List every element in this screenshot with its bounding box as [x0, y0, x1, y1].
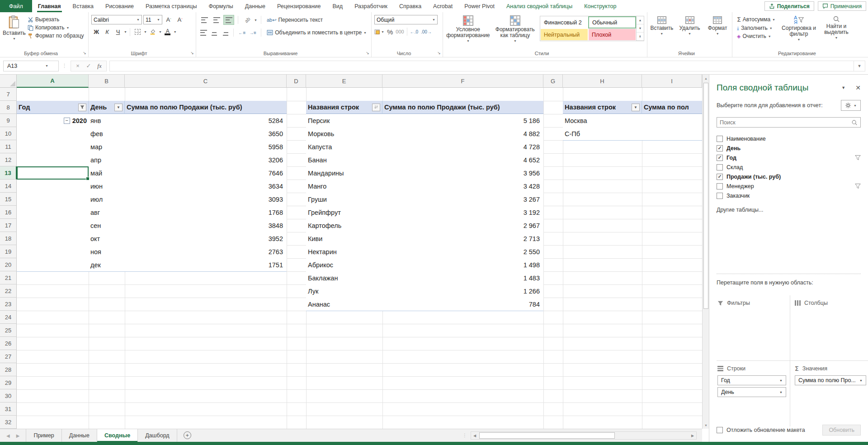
dialog-launcher-icon[interactable]: ↘ [82, 50, 87, 56]
pivot-cell[interactable]: май [89, 166, 125, 180]
pivot-cell[interactable] [642, 114, 702, 127]
wrap-text-button[interactable]: ab↩ Переносить текст [265, 16, 325, 24]
pivot-cell[interactable] [642, 127, 702, 140]
tools-button[interactable]: ▼ [841, 100, 861, 111]
row-header-16[interactable]: 16 [0, 206, 17, 219]
field-filter-icon[interactable] [855, 155, 861, 161]
filters-area[interactable]: Фильтры [717, 295, 790, 361]
sheet-tab-1[interactable]: Данные [62, 429, 97, 442]
scroll-down-icon[interactable]: ▼ [703, 421, 709, 429]
field-item-4[interactable]: ✓Продажи (тыс. руб) [717, 172, 861, 181]
insert-cells-button[interactable]: Вставить▼ [650, 15, 674, 35]
dropdown-icon[interactable]: ▼ [114, 104, 123, 111]
enter-icon[interactable]: ✓ [84, 62, 94, 69]
sheet-tab-3[interactable]: Дашборд [138, 429, 177, 442]
field-checkbox[interactable]: ✓ [717, 174, 723, 180]
ribbon-tab-1[interactable]: Вставка [67, 0, 99, 12]
row-header-9[interactable]: 9 [0, 114, 17, 127]
decrease-decimal-button[interactable]: .00→ [421, 29, 432, 34]
row-header-30[interactable]: 30 [0, 389, 17, 402]
row-header-27[interactable]: 27 [0, 350, 17, 363]
row-header-18[interactable]: 18 [0, 232, 17, 245]
format-cells-button[interactable]: Формат▼ [706, 15, 729, 35]
font-color-button[interactable]: А [163, 27, 173, 37]
row-labels-header[interactable]: Названия строк [306, 101, 382, 114]
comments-button[interactable]: Примечания [818, 1, 866, 11]
pivot-cell[interactable]: Мандарины [306, 166, 382, 180]
pivot-cell[interactable]: авг [89, 206, 125, 219]
column-header-B[interactable]: B [89, 75, 125, 88]
area-pill-values-0[interactable]: Сумма по полю Про...▼ [795, 375, 866, 385]
sheet-prev-icon[interactable]: ◀ [6, 433, 10, 438]
row-header-23[interactable]: 23 [0, 298, 17, 311]
row-header-14[interactable]: 14 [0, 180, 17, 193]
pivot-cell[interactable]: 2763 [125, 245, 287, 258]
font-size-combo[interactable]: 11▼ [143, 15, 162, 24]
bold-button[interactable]: Ж [91, 27, 101, 37]
delete-cells-button[interactable]: Удалить▼ [678, 15, 702, 35]
format-painter-button[interactable]: Формат по образцу [26, 32, 86, 40]
fill-color-button[interactable] [148, 27, 158, 37]
pivot-cell[interactable] [17, 193, 89, 206]
field-checkbox[interactable] [717, 183, 723, 189]
update-button[interactable]: Обновить [822, 425, 861, 436]
pivot-cell[interactable] [17, 219, 89, 232]
close-icon[interactable]: ✕ [855, 84, 861, 91]
pivot-cell[interactable]: 5284 [125, 114, 287, 127]
name-box-input[interactable] [4, 63, 45, 69]
chevron-down-icon[interactable]: ▼ [159, 30, 162, 33]
insert-function-icon[interactable]: fx [94, 62, 104, 70]
pivot-cell[interactable]: 5958 [125, 140, 287, 153]
shrink-font-button[interactable]: Аˇ [175, 15, 185, 24]
row-header-24[interactable]: 24 [0, 311, 17, 324]
rows-area[interactable]: Строки Год▼День▼ [717, 361, 790, 426]
sum-header[interactable]: Сумма по полю Продажи (тыс. руб) [125, 101, 287, 114]
field-checkbox[interactable] [717, 164, 723, 170]
font-name-combo[interactable]: Calibri▼ [91, 15, 142, 24]
column-header-G[interactable]: G [543, 75, 563, 88]
pivot-cell[interactable] [17, 232, 89, 245]
find-select-button[interactable]: Найти и выделить▼ [821, 14, 852, 39]
splitter-handle-icon[interactable]: ⋮ [462, 433, 467, 438]
pivot-cell[interactable]: 1 266 [382, 284, 543, 298]
conditional-formatting-button[interactable]: Условное форматирование ▼ [446, 14, 491, 43]
align-right-button[interactable] [220, 28, 230, 38]
pivot-cell[interactable]: 3952 [125, 232, 287, 245]
paste-button[interactable]: Вставить ▼ [3, 14, 26, 40]
gallery-more-icon[interactable]: ⇟ [637, 33, 644, 41]
active-cell-A13[interactable] [17, 166, 89, 180]
dialog-launcher-icon[interactable]: ↘ [436, 50, 442, 56]
percent-style-button[interactable]: % [387, 28, 393, 36]
clear-button[interactable]: ◈Очистить▼ [735, 32, 777, 40]
vertical-scroll-thumb[interactable] [703, 83, 708, 309]
cut-button[interactable]: Вырезать [26, 15, 86, 24]
pivot-cell[interactable]: янв [89, 114, 125, 127]
comma-style-button[interactable]: 000 [396, 29, 404, 34]
pivot-cell[interactable] [17, 245, 89, 258]
increase-decimal-button[interactable]: ←.0 [410, 29, 418, 34]
pivot-cell[interactable]: С-Пб [563, 127, 642, 140]
borders-button[interactable] [133, 27, 143, 37]
ribbon-tab-13[interactable]: Конструктор [578, 0, 622, 12]
row-header-11[interactable]: 11 [0, 140, 17, 153]
pivot-cell[interactable]: 1 498 [382, 258, 543, 271]
row-header-25[interactable]: 25 [0, 324, 17, 337]
field-checkbox[interactable]: ✓ [717, 145, 723, 151]
align-middle-button[interactable] [211, 15, 222, 25]
sort-filter-button[interactable]: АЯ Сортировка и фильтр▼ [782, 14, 816, 41]
row-header-28[interactable]: 28 [0, 363, 17, 376]
pivot-cell[interactable]: Москва [563, 114, 642, 127]
area-pill-rows-0[interactable]: Год▼ [717, 375, 786, 385]
ribbon-tab-8[interactable]: Разработчик [349, 0, 393, 12]
sheet-tab-0[interactable]: Пример [26, 429, 61, 442]
format-as-table-button[interactable]: Форматировать как таблицу ▼ [494, 14, 536, 43]
horizontal-scrollbar[interactable]: ◀ ▶ [471, 431, 697, 440]
field-item-1[interactable]: ✓День [717, 143, 861, 153]
sum-header[interactable]: Сумма по полю Продажи (тыс. руб) [382, 101, 543, 114]
cell-style-2[interactable]: Нейтральный [540, 28, 588, 41]
pivot-cell[interactable]: Манго [306, 180, 382, 193]
row-header-13[interactable]: 13 [0, 166, 17, 180]
italic-button[interactable]: К [102, 27, 112, 37]
filter-applied-icon[interactable] [78, 104, 86, 111]
ribbon-tab-9[interactable]: Справка [393, 0, 427, 12]
